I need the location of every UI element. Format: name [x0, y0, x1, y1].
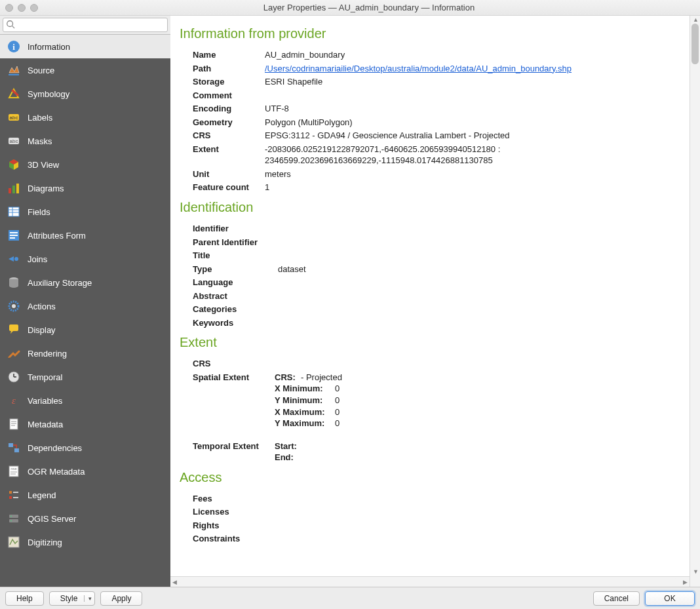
label-storage: Storage: [193, 76, 265, 88]
cube-icon: [7, 157, 21, 172]
sidebar-item-variables[interactable]: ε Variables: [0, 389, 170, 412]
sidebar-search-wrap: [0, 16, 170, 35]
label-language: Language: [193, 277, 278, 288]
label-licenses: Licenses: [193, 506, 265, 518]
sidebar-item-ogr-metadata[interactable]: OGR OGR Metadata: [0, 460, 170, 483]
sidebar-item-display[interactable]: Display: [0, 318, 170, 342]
svg-rect-18: [10, 237, 15, 239]
identification-table: Identifier Parent Identifier Title Typed…: [193, 223, 680, 328]
sidebar-item-label: QGIS Server: [28, 514, 76, 524]
rendering-icon: [7, 346, 21, 361]
sidebar-item-masks[interactable]: abc Masks: [0, 129, 170, 153]
temporal-extent-values: Start: End:: [275, 441, 680, 463]
sidebar-item-label: Source: [28, 66, 54, 75]
svg-text:OGR: OGR: [10, 467, 16, 471]
scroll-right-icon[interactable]: ▶: [681, 579, 690, 585]
sidebar-item-label: OGR Metadata: [28, 467, 85, 477]
sidebar-item-actions[interactable]: Actions: [0, 294, 170, 318]
metadata-icon: [7, 417, 21, 431]
sidebar-item-3d-view[interactable]: 3D View: [0, 153, 170, 176]
sidebar-search-input[interactable]: [3, 18, 168, 32]
diagrams-icon: [7, 181, 21, 195]
svg-point-22: [12, 304, 16, 308]
label-name: Name: [193, 49, 265, 61]
close-window-button[interactable]: [5, 4, 13, 12]
sidebar-item-digitizing[interactable]: Digitizing: [0, 530, 170, 554]
sidebar-item-diagrams[interactable]: Diagrams: [0, 176, 170, 200]
label-identifier: Identifier: [193, 223, 278, 235]
scroll-down-icon[interactable]: ▼: [693, 568, 699, 575]
svg-text:abc: abc: [10, 138, 18, 144]
sidebar-item-attributes-form[interactable]: Attributes Form: [0, 224, 170, 247]
gear-icon: [7, 299, 21, 313]
cancel-button[interactable]: Cancel: [593, 591, 640, 606]
svg-point-43: [10, 516, 12, 517]
sidebar-item-label: Auxiliary Storage: [28, 278, 92, 288]
svg-rect-27: [10, 419, 18, 429]
sidebar-item-dependencies[interactable]: Dependencies: [0, 436, 170, 460]
sidebar-item-metadata[interactable]: Metadata: [0, 412, 170, 436]
sidebar-item-label: Temporal: [28, 372, 62, 382]
value-storage: ESRI Shapefile: [265, 76, 680, 88]
value-extent: -2083066.0252191228792071,-6460625.20659…: [265, 144, 680, 167]
storage-icon: [7, 275, 21, 290]
label-unit: Unit: [193, 168, 265, 180]
zoom-window-button[interactable]: [30, 4, 38, 12]
svg-rect-9: [12, 186, 15, 193]
sidebar-item-source[interactable]: Source: [0, 58, 170, 82]
sidebar-item-labels[interactable]: abc Labels: [0, 106, 170, 129]
sidebar-item-qgis-server[interactable]: QGIS Server: [0, 507, 170, 530]
label-feature-count: Feature count: [193, 182, 265, 193]
svg-text:abc: abc: [10, 115, 18, 121]
attributes-form-icon: [7, 228, 21, 243]
window-title: Layer Properties — AU_admin_boundary — I…: [43, 3, 695, 12]
fields-icon: [7, 205, 21, 219]
value-feature-count: 1: [265, 182, 680, 193]
sidebar-item-fields[interactable]: Fields: [0, 200, 170, 224]
section-heading-extent: Extent: [180, 335, 680, 350]
label-abstract: Abstract: [193, 290, 278, 302]
hscroll-thumb[interactable]: [180, 578, 678, 585]
titlebar: Layer Properties — AU_admin_boundary — I…: [0, 0, 700, 16]
window-controls[interactable]: [5, 4, 38, 12]
sidebar-item-temporal[interactable]: Temporal: [0, 365, 170, 389]
sidebar-item-label: Joins: [28, 254, 47, 264]
label-categories: Categories: [193, 304, 278, 315]
label-comment: Comment: [193, 90, 265, 102]
masks-icon: abc: [7, 134, 21, 148]
sidebar-item-symbology[interactable]: Symbology: [0, 82, 170, 106]
svg-text:ε: ε: [12, 395, 16, 406]
minimize-window-button[interactable]: [18, 4, 26, 12]
section-heading-access: Access: [180, 470, 680, 485]
sidebar-item-label: Dependencies: [28, 443, 82, 453]
value-geometry: Polygon (MultiPolygon): [265, 117, 680, 128]
label-encoding: Encoding: [193, 103, 265, 115]
sidebar-item-rendering[interactable]: Rendering: [0, 342, 170, 365]
ok-button[interactable]: OK: [645, 591, 695, 606]
provider-table: NameAU_admin_boundary Path/Users/codrina…: [193, 49, 680, 193]
sidebar-items: i Information Source Symbology abc: [0, 35, 170, 587]
sidebar-item-label: Display: [28, 325, 56, 335]
label-temporal-extent: Temporal Extent: [193, 441, 275, 463]
variables-icon: ε: [7, 393, 21, 408]
apply-button[interactable]: Apply: [100, 591, 142, 606]
style-button[interactable]: Style▾: [49, 591, 96, 606]
sidebar: i Information Source Symbology abc: [0, 16, 170, 587]
legend-icon: [7, 488, 21, 502]
sidebar-item-label: Information: [28, 42, 70, 52]
path-link[interactable]: /Users/codrinamariailie/Desktop/australi…: [265, 64, 572, 73]
vscroll-thumb[interactable]: [691, 24, 699, 64]
label-rights: Rights: [193, 520, 265, 532]
scroll-up-icon[interactable]: ▲: [693, 16, 699, 23]
sidebar-item-joins[interactable]: Joins: [0, 247, 170, 271]
vertical-scrollbar[interactable]: ▲ ▼: [690, 16, 700, 587]
sidebar-item-information[interactable]: i Information: [0, 35, 170, 58]
scroll-left-icon[interactable]: ◀: [170, 579, 179, 585]
sidebar-item-legend[interactable]: Legend: [0, 483, 170, 507]
help-button[interactable]: Help: [5, 591, 44, 606]
content-wrap: Information from provider NameAU_admin_b…: [170, 16, 700, 587]
sidebar-item-auxiliary-storage[interactable]: Auxiliary Storage: [0, 271, 170, 294]
horizontal-scrollbar[interactable]: ◀ ▶: [170, 576, 690, 587]
spatial-extent-values: CRS: - Projected X Minimum: 0 Y Minimum:…: [275, 372, 680, 429]
label-type: Type: [193, 264, 278, 275]
